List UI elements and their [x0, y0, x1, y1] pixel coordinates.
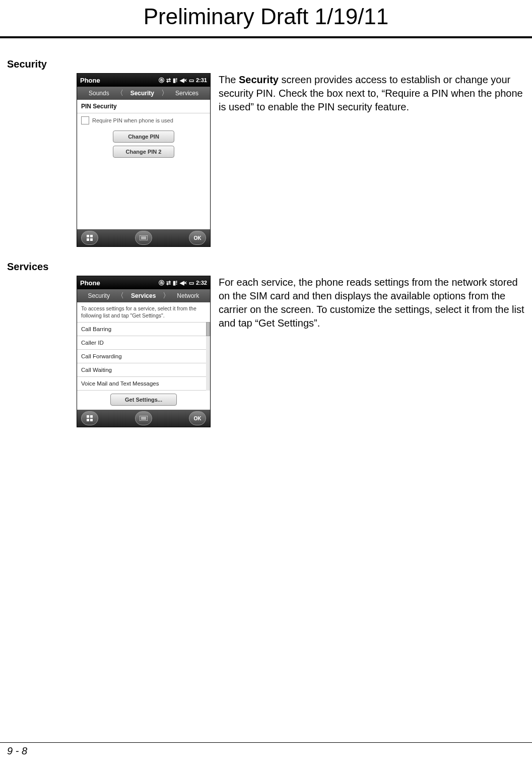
- tab-sounds[interactable]: Sounds: [87, 90, 111, 97]
- app-title: Phone: [80, 279, 100, 287]
- input-mode-icon: ⓐ: [159, 77, 164, 84]
- draft-header: Preliminary Draft 1/19/11: [0, 0, 532, 36]
- scrollbar[interactable]: [206, 322, 210, 391]
- volume-mute-icon: ◀×: [180, 77, 187, 84]
- require-pin-checkbox[interactable]: [81, 116, 89, 124]
- footer-rule: [0, 742, 532, 743]
- chevron-left-icon[interactable]: 〈: [116, 89, 123, 98]
- security-description: The Security screen provides access to e…: [214, 73, 525, 114]
- input-mode-icon: ⓐ: [159, 279, 164, 287]
- volume-mute-icon: ◀×: [180, 280, 187, 286]
- svg-rect-0: [87, 235, 89, 237]
- list-item[interactable]: Call Barring: [77, 323, 210, 336]
- list-item[interactable]: Call Waiting: [77, 363, 210, 377]
- list-item[interactable]: Voice Mail and Text Messages: [77, 377, 210, 391]
- svg-rect-8: [87, 415, 89, 418]
- change-pin2-button[interactable]: Change PIN 2: [113, 146, 174, 158]
- chevron-left-icon[interactable]: 〈: [117, 291, 124, 300]
- titlebar: Phone ⓐ ⇄ ▮! ◀× ▭ 2:31: [77, 74, 210, 87]
- services-screenshot: Phone ⓐ ⇄ ▮! ◀× ▭ 2:32 Security 〈 Servic…: [77, 276, 211, 427]
- svg-rect-1: [90, 235, 93, 237]
- tab-security[interactable]: Security: [128, 90, 156, 97]
- tab-bar: Security 〈 Services 〉 Network: [77, 289, 210, 302]
- keyboard-button[interactable]: [135, 231, 152, 245]
- sync-icon: ⇄: [166, 77, 171, 84]
- app-title: Phone: [80, 77, 100, 84]
- start-button[interactable]: [81, 231, 98, 245]
- chevron-right-icon[interactable]: 〉: [161, 89, 168, 98]
- status-icons: ⓐ ⇄ ▮! ◀× ▭ 2:32: [159, 279, 207, 287]
- tab-services[interactable]: Services: [173, 90, 201, 97]
- services-instruction: To access settings for a service, select…: [77, 302, 210, 322]
- sync-icon: ⇄: [166, 280, 171, 286]
- tab-network[interactable]: Network: [175, 292, 201, 299]
- tab-bar: Sounds 〈 Security 〉 Services: [77, 87, 210, 100]
- pin-security-label: PIN Security: [77, 100, 210, 113]
- softkey-bar: OK: [77, 229, 210, 246]
- security-screenshot: Phone ⓐ ⇄ ▮! ◀× ▭ 2:31 Sounds 〈 Security…: [77, 73, 211, 247]
- get-settings-button[interactable]: Get Settings...: [110, 394, 177, 406]
- chevron-right-icon[interactable]: 〉: [163, 291, 170, 300]
- clock: 2:32: [196, 280, 207, 286]
- signal-icon: ▮!: [173, 77, 178, 84]
- softkey-bar: OK: [77, 410, 210, 427]
- svg-rect-2: [87, 238, 89, 241]
- svg-rect-10: [87, 419, 89, 421]
- section-heading-services: Services: [7, 261, 532, 273]
- battery-icon: ▭: [189, 77, 194, 84]
- tab-security[interactable]: Security: [86, 292, 112, 299]
- change-pin-button[interactable]: Change PIN: [113, 131, 174, 143]
- section-heading-security: Security: [7, 58, 532, 70]
- svg-rect-9: [90, 415, 93, 418]
- header-rule: [0, 36, 532, 38]
- svg-rect-3: [90, 238, 93, 241]
- services-description: For each service, the phone reads settin…: [214, 276, 525, 330]
- list-item[interactable]: Call Forwarding: [77, 350, 210, 363]
- ok-button[interactable]: OK: [189, 411, 206, 425]
- tab-services[interactable]: Services: [129, 292, 158, 299]
- require-pin-label: Require PIN when phone is used: [92, 117, 173, 123]
- page-number: 9 - 8: [7, 745, 27, 757]
- start-button[interactable]: [81, 411, 98, 425]
- scrollbar-thumb[interactable]: [206, 322, 210, 336]
- ok-button[interactable]: OK: [189, 231, 206, 245]
- clock: 2:31: [196, 77, 207, 83]
- status-icons: ⓐ ⇄ ▮! ◀× ▭ 2:31: [159, 77, 207, 84]
- battery-icon: ▭: [189, 280, 194, 286]
- keyboard-button[interactable]: [135, 411, 152, 425]
- signal-icon: ▮!: [173, 280, 178, 286]
- list-item[interactable]: Caller ID: [77, 336, 210, 350]
- services-list: Call Barring Caller ID Call Forwarding C…: [77, 322, 210, 391]
- svg-rect-11: [90, 419, 93, 421]
- titlebar: Phone ⓐ ⇄ ▮! ◀× ▭ 2:32: [77, 276, 210, 289]
